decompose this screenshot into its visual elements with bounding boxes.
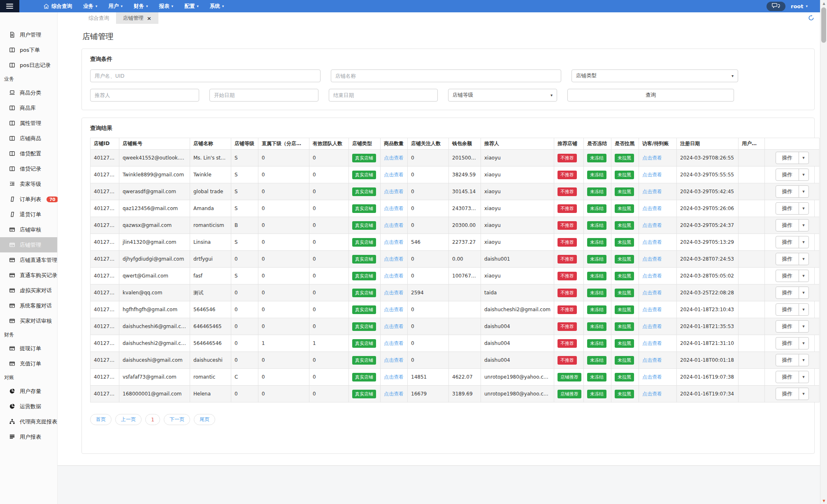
- sidebar-item-27[interactable]: 用户报表: [0, 429, 57, 444]
- sidebar-item-22[interactable]: 充值订单: [0, 356, 57, 371]
- end-date-input[interactable]: [329, 89, 438, 102]
- op-dropdown-button[interactable]: ▼: [799, 169, 809, 181]
- op-dropdown-button[interactable]: ▼: [799, 152, 809, 164]
- sidebar-item-4[interactable]: 商品分类: [0, 85, 57, 100]
- op-button[interactable]: 操作: [776, 371, 799, 383]
- sidebar-item-10[interactable]: 卖家等级: [0, 176, 57, 192]
- query-submit-button[interactable]: 查询: [567, 89, 734, 102]
- view-link[interactable]: 点击查看: [384, 189, 404, 194]
- sidebar-item-25[interactable]: 运营数据: [0, 399, 57, 414]
- sidebar-item-14[interactable]: 店铺管理: [0, 237, 57, 252]
- view-link[interactable]: 点击查看: [642, 374, 662, 380]
- store-type-select[interactable]: 店铺类型 ▾: [571, 69, 738, 82]
- tab-0[interactable]: 综合查询: [81, 12, 116, 24]
- referrer-input[interactable]: [90, 89, 199, 102]
- view-link[interactable]: 点击查看: [642, 172, 662, 178]
- view-link[interactable]: 点击查看: [384, 307, 404, 312]
- view-link[interactable]: 点击查看: [642, 206, 662, 211]
- op-button[interactable]: 操作: [776, 169, 799, 181]
- user-menu[interactable]: root ▾: [791, 3, 808, 9]
- nav-item-4[interactable]: 报表▾: [159, 3, 174, 10]
- op-dropdown-button[interactable]: ▼: [799, 236, 809, 248]
- view-link[interactable]: 点击查看: [642, 239, 662, 245]
- hamburger-menu-icon[interactable]: [0, 0, 19, 12]
- op-button[interactable]: 操作: [776, 270, 799, 282]
- sidebar-item-9[interactable]: 借贷记录: [0, 161, 57, 176]
- op-dropdown-button[interactable]: ▼: [799, 388, 809, 400]
- view-link[interactable]: 点击查看: [642, 222, 662, 228]
- chat-button[interactable]: [767, 2, 785, 11]
- page-prev[interactable]: 上一页: [115, 414, 142, 425]
- view-link[interactable]: 点击查看: [384, 222, 404, 228]
- op-button[interactable]: 操作: [776, 337, 799, 349]
- page-last[interactable]: 尾页: [194, 414, 215, 425]
- view-link[interactable]: 点击查看: [384, 290, 404, 296]
- close-icon[interactable]: ×: [147, 16, 151, 21]
- sidebar-item-17[interactable]: 虚拟买家对话: [0, 283, 57, 298]
- view-link[interactable]: 点击查看: [642, 357, 662, 363]
- view-link[interactable]: 点击查看: [384, 155, 404, 161]
- op-button[interactable]: 操作: [776, 219, 799, 231]
- store-name-input[interactable]: [331, 69, 561, 82]
- view-link[interactable]: 点击查看: [384, 172, 404, 178]
- sidebar-item-18[interactable]: 系统客服对话: [0, 298, 57, 313]
- view-link[interactable]: 点击查看: [642, 391, 662, 397]
- sidebar-item-5[interactable]: 商品库: [0, 100, 57, 116]
- sidebar-item-19[interactable]: 买家对话审核: [0, 313, 57, 328]
- op-button[interactable]: 操作: [776, 152, 799, 164]
- sidebar-item-24[interactable]: 用户存量: [0, 384, 57, 399]
- view-link[interactable]: 点击查看: [642, 256, 662, 262]
- op-dropdown-button[interactable]: ▼: [799, 303, 809, 316]
- nav-item-2[interactable]: 用户▾: [109, 3, 123, 10]
- op-dropdown-button[interactable]: ▼: [799, 354, 809, 366]
- op-button[interactable]: 操作: [776, 303, 799, 316]
- page-next[interactable]: 下一页: [164, 414, 190, 425]
- nav-item-6[interactable]: 系统▾: [210, 3, 224, 10]
- sidebar-item-1[interactable]: pos下单: [0, 42, 57, 58]
- op-dropdown-button[interactable]: ▼: [799, 202, 809, 215]
- nav-item-3[interactable]: 财务▾: [134, 3, 148, 10]
- view-link[interactable]: 点击查看: [642, 273, 662, 279]
- page-first[interactable]: 首页: [90, 414, 112, 425]
- view-link[interactable]: 点击查看: [384, 340, 404, 346]
- op-dropdown-button[interactable]: ▼: [799, 371, 809, 383]
- sidebar-item-13[interactable]: 店铺审核: [0, 222, 57, 237]
- view-link[interactable]: 点击查看: [642, 324, 662, 329]
- nav-item-5[interactable]: 配置▾: [184, 3, 199, 10]
- view-link[interactable]: 点击查看: [384, 256, 404, 262]
- op-dropdown-button[interactable]: ▼: [799, 270, 809, 282]
- store-level-select[interactable]: 店铺等级 ▾: [448, 89, 557, 102]
- scroll-down-icon[interactable]: ▼: [820, 497, 827, 504]
- sidebar-item-26[interactable]: 代理商充提报表: [0, 414, 57, 429]
- sidebar-item-6[interactable]: 属性管理: [0, 116, 57, 131]
- op-button[interactable]: 操作: [776, 388, 799, 400]
- view-link[interactable]: 点击查看: [642, 189, 662, 194]
- nav-item-0[interactable]: 综合查询: [43, 3, 72, 10]
- sidebar-item-12[interactable]: 退货订单: [0, 207, 57, 222]
- op-button[interactable]: 操作: [776, 354, 799, 366]
- op-dropdown-button[interactable]: ▼: [799, 320, 809, 333]
- op-dropdown-button[interactable]: ▼: [799, 253, 809, 265]
- refresh-icon[interactable]: [808, 15, 814, 23]
- view-link[interactable]: 点击查看: [642, 340, 662, 346]
- start-date-input[interactable]: [209, 89, 318, 102]
- sidebar-item-16[interactable]: 直通车购买记录: [0, 268, 57, 283]
- view-link[interactable]: 点击查看: [642, 290, 662, 296]
- view-link[interactable]: 点击查看: [384, 357, 404, 363]
- sidebar-item-11[interactable]: 订单列表70: [0, 192, 57, 207]
- sidebar-item-7[interactable]: 店铺商品: [0, 131, 57, 146]
- sidebar-item-21[interactable]: 提现订单: [0, 341, 57, 356]
- sidebar-item-8[interactable]: 借贷配置: [0, 146, 57, 161]
- page-1[interactable]: 1: [145, 414, 160, 425]
- user-uid-input[interactable]: [90, 69, 321, 82]
- tab-1[interactable]: 店铺管理×: [116, 12, 158, 24]
- view-link[interactable]: 点击查看: [384, 324, 404, 329]
- view-link[interactable]: 点击查看: [384, 273, 404, 279]
- view-link[interactable]: 点击查看: [384, 391, 404, 397]
- op-button[interactable]: 操作: [776, 253, 799, 265]
- scroll-up-icon[interactable]: ▲: [820, 0, 827, 7]
- view-link[interactable]: 点击查看: [642, 155, 662, 161]
- view-link[interactable]: 点击查看: [384, 206, 404, 211]
- op-button[interactable]: 操作: [776, 287, 799, 299]
- sidebar-item-2[interactable]: pos日志记录: [0, 58, 57, 73]
